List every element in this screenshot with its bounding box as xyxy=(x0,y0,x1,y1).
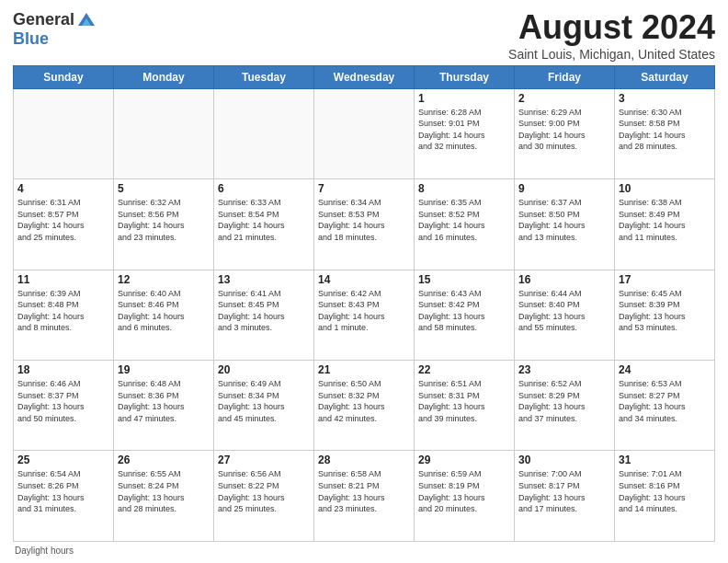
day-info: Sunrise: 6:48 AM Sunset: 8:36 PM Dayligh… xyxy=(118,378,210,424)
logo: General xyxy=(13,9,97,29)
calendar-table: Sunday Monday Tuesday Wednesday Thursday… xyxy=(13,65,715,542)
day-number: 19 xyxy=(118,363,210,376)
calendar-cell-w4-d1: 18Sunrise: 6:46 AM Sunset: 8:37 PM Dayli… xyxy=(14,361,114,451)
day-info: Sunrise: 6:32 AM Sunset: 8:56 PM Dayligh… xyxy=(118,197,210,243)
day-number: 1 xyxy=(418,92,510,105)
day-info: Sunrise: 6:40 AM Sunset: 8:46 PM Dayligh… xyxy=(118,288,210,334)
calendar-cell-w5-d4: 28Sunrise: 6:58 AM Sunset: 8:21 PM Dayli… xyxy=(314,451,415,542)
calendar-week-1: 1Sunrise: 6:28 AM Sunset: 9:01 PM Daylig… xyxy=(14,88,715,178)
day-info: Sunrise: 6:35 AM Sunset: 8:52 PM Dayligh… xyxy=(418,197,510,243)
day-number: 20 xyxy=(218,363,310,376)
day-number: 26 xyxy=(118,454,210,466)
day-number: 4 xyxy=(17,182,109,195)
day-info: Sunrise: 6:37 AM Sunset: 8:50 PM Dayligh… xyxy=(518,197,610,243)
day-number: 28 xyxy=(318,454,410,466)
calendar-cell-w1-d3 xyxy=(214,88,314,178)
col-tuesday: Tuesday xyxy=(214,65,314,88)
day-info: Sunrise: 6:59 AM Sunset: 8:19 PM Dayligh… xyxy=(418,468,510,514)
month-title: August 2024 xyxy=(508,9,715,46)
day-number: 2 xyxy=(518,92,610,105)
day-info: Sunrise: 6:28 AM Sunset: 9:01 PM Dayligh… xyxy=(418,107,510,153)
calendar-cell-w2-d2: 5Sunrise: 6:32 AM Sunset: 8:56 PM Daylig… xyxy=(114,179,214,270)
calendar-cell-w4-d3: 20Sunrise: 6:49 AM Sunset: 8:34 PM Dayli… xyxy=(214,361,314,451)
day-info: Sunrise: 6:38 AM Sunset: 8:49 PM Dayligh… xyxy=(619,197,711,243)
day-number: 30 xyxy=(518,454,610,466)
day-number: 25 xyxy=(17,454,109,466)
day-info: Sunrise: 6:31 AM Sunset: 8:57 PM Dayligh… xyxy=(17,197,109,243)
calendar-cell-w2-d1: 4Sunrise: 6:31 AM Sunset: 8:57 PM Daylig… xyxy=(14,179,114,270)
col-monday: Monday xyxy=(114,65,214,88)
page: General Blue August 2024 Saint Louis, Mi… xyxy=(0,0,728,563)
day-info: Sunrise: 6:56 AM Sunset: 8:22 PM Dayligh… xyxy=(218,468,310,514)
calendar-cell-w2-d4: 7Sunrise: 6:34 AM Sunset: 8:53 PM Daylig… xyxy=(314,179,415,270)
calendar-cell-w4-d7: 24Sunrise: 6:53 AM Sunset: 8:27 PM Dayli… xyxy=(615,361,715,451)
calendar-cell-w5-d6: 30Sunrise: 7:00 AM Sunset: 8:17 PM Dayli… xyxy=(515,451,615,542)
title-area: August 2024 Saint Louis, Michigan, Unite… xyxy=(508,9,715,62)
day-number: 10 xyxy=(619,182,711,195)
day-info: Sunrise: 6:42 AM Sunset: 8:43 PM Dayligh… xyxy=(318,288,410,334)
calendar-cell-w1-d1 xyxy=(14,88,114,178)
day-info: Sunrise: 6:52 AM Sunset: 8:29 PM Dayligh… xyxy=(518,378,610,424)
calendar-cell-w2-d7: 10Sunrise: 6:38 AM Sunset: 8:49 PM Dayli… xyxy=(615,179,715,270)
day-number: 6 xyxy=(218,182,310,195)
day-number: 12 xyxy=(118,273,210,286)
calendar-cell-w3-d5: 15Sunrise: 6:43 AM Sunset: 8:42 PM Dayli… xyxy=(415,270,515,360)
calendar-cell-w4-d5: 22Sunrise: 6:51 AM Sunset: 8:31 PM Dayli… xyxy=(415,361,515,451)
day-info: Sunrise: 6:41 AM Sunset: 8:45 PM Dayligh… xyxy=(218,288,310,334)
day-number: 22 xyxy=(418,363,510,376)
day-info: Sunrise: 6:33 AM Sunset: 8:54 PM Dayligh… xyxy=(218,197,310,243)
day-number: 17 xyxy=(619,273,711,286)
day-number: 23 xyxy=(518,363,610,376)
day-info: Sunrise: 6:49 AM Sunset: 8:34 PM Dayligh… xyxy=(218,378,310,424)
day-info: Sunrise: 6:55 AM Sunset: 8:24 PM Dayligh… xyxy=(118,468,210,514)
day-info: Sunrise: 6:34 AM Sunset: 8:53 PM Dayligh… xyxy=(318,197,410,243)
col-wednesday: Wednesday xyxy=(314,65,415,88)
day-info: Sunrise: 6:53 AM Sunset: 8:27 PM Dayligh… xyxy=(619,378,711,424)
calendar-cell-w1-d2 xyxy=(114,88,214,178)
day-number: 7 xyxy=(318,182,410,195)
day-info: Sunrise: 6:54 AM Sunset: 8:26 PM Dayligh… xyxy=(17,468,109,514)
day-number: 14 xyxy=(318,273,410,286)
day-info: Sunrise: 6:29 AM Sunset: 9:00 PM Dayligh… xyxy=(518,107,610,153)
day-number: 21 xyxy=(318,363,410,376)
day-info: Sunrise: 7:01 AM Sunset: 8:16 PM Dayligh… xyxy=(619,468,711,514)
calendar-cell-w3-d3: 13Sunrise: 6:41 AM Sunset: 8:45 PM Dayli… xyxy=(214,270,314,360)
day-number: 18 xyxy=(17,363,109,376)
calendar-cell-w3-d4: 14Sunrise: 6:42 AM Sunset: 8:43 PM Dayli… xyxy=(314,270,415,360)
footer-note: Daylight hours xyxy=(13,546,715,556)
calendar-cell-w4-d4: 21Sunrise: 6:50 AM Sunset: 8:32 PM Dayli… xyxy=(314,361,415,451)
day-number: 8 xyxy=(418,182,510,195)
calendar-cell-w5-d1: 25Sunrise: 6:54 AM Sunset: 8:26 PM Dayli… xyxy=(14,451,114,542)
calendar-cell-w4-d6: 23Sunrise: 6:52 AM Sunset: 8:29 PM Dayli… xyxy=(515,361,615,451)
calendar-cell-w1-d4 xyxy=(314,88,415,178)
header: General Blue August 2024 Saint Louis, Mi… xyxy=(13,9,715,62)
calendar-cell-w1-d7: 3Sunrise: 6:30 AM Sunset: 8:58 PM Daylig… xyxy=(615,88,715,178)
day-number: 24 xyxy=(619,363,711,376)
col-thursday: Thursday xyxy=(415,65,515,88)
day-number: 27 xyxy=(218,454,310,466)
day-info: Sunrise: 6:45 AM Sunset: 8:39 PM Dayligh… xyxy=(619,288,711,334)
calendar-cell-w2-d6: 9Sunrise: 6:37 AM Sunset: 8:50 PM Daylig… xyxy=(515,179,615,270)
day-number: 13 xyxy=(218,273,310,286)
logo-icon xyxy=(76,9,97,29)
day-number: 11 xyxy=(17,273,109,286)
logo-general: General xyxy=(13,10,74,29)
col-friday: Friday xyxy=(515,65,615,88)
day-info: Sunrise: 7:00 AM Sunset: 8:17 PM Dayligh… xyxy=(518,468,610,514)
day-number: 16 xyxy=(518,273,610,286)
calendar-cell-w5-d5: 29Sunrise: 6:59 AM Sunset: 8:19 PM Dayli… xyxy=(415,451,515,542)
calendar-cell-w3-d2: 12Sunrise: 6:40 AM Sunset: 8:46 PM Dayli… xyxy=(114,270,214,360)
day-info: Sunrise: 6:43 AM Sunset: 8:42 PM Dayligh… xyxy=(418,288,510,334)
calendar-header-row: Sunday Monday Tuesday Wednesday Thursday… xyxy=(14,65,715,88)
day-number: 15 xyxy=(418,273,510,286)
calendar-week-2: 4Sunrise: 6:31 AM Sunset: 8:57 PM Daylig… xyxy=(14,179,715,270)
calendar-cell-w5-d2: 26Sunrise: 6:55 AM Sunset: 8:24 PM Dayli… xyxy=(114,451,214,542)
day-number: 5 xyxy=(118,182,210,195)
calendar-cell-w2-d5: 8Sunrise: 6:35 AM Sunset: 8:52 PM Daylig… xyxy=(415,179,515,270)
calendar-cell-w3-d1: 11Sunrise: 6:39 AM Sunset: 8:48 PM Dayli… xyxy=(14,270,114,360)
calendar-cell-w2-d3: 6Sunrise: 6:33 AM Sunset: 8:54 PM Daylig… xyxy=(214,179,314,270)
day-info: Sunrise: 6:50 AM Sunset: 8:32 PM Dayligh… xyxy=(318,378,410,424)
col-saturday: Saturday xyxy=(615,65,715,88)
day-info: Sunrise: 6:30 AM Sunset: 8:58 PM Dayligh… xyxy=(619,107,711,153)
day-info: Sunrise: 6:46 AM Sunset: 8:37 PM Dayligh… xyxy=(17,378,109,424)
